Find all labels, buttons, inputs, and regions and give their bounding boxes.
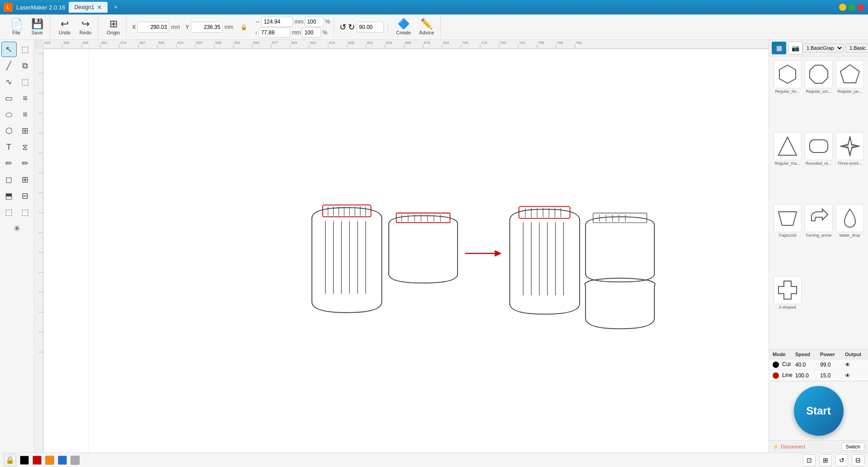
line-visible[interactable]: 👁 xyxy=(845,372,868,379)
shape-trapezoid[interactable]: Trapezoid xyxy=(773,204,802,274)
width-arrow-icon: ↔ xyxy=(255,19,260,25)
tool-r8[interactable]: ⊞ xyxy=(18,172,33,187)
color-orange[interactable] xyxy=(45,456,54,465)
redo-button[interactable]: ↪ Redo xyxy=(75,17,95,37)
line-speed: 100.0 xyxy=(795,372,820,379)
shape-three-point-star[interactable]: Three-point... xyxy=(835,132,864,202)
rect-tool[interactable]: ▭ xyxy=(1,91,17,106)
select-tool[interactable]: ↖ xyxy=(1,42,17,57)
rotate-cw-icon[interactable]: ↻ xyxy=(348,22,355,32)
width-pct-input[interactable] xyxy=(305,17,324,27)
select-all-button[interactable]: ⊡ xyxy=(803,454,816,466)
height-input[interactable] xyxy=(259,28,290,38)
shape-label-rounded-rect: Rounded_re... xyxy=(806,161,831,166)
disconnect-button[interactable]: ⚡ Disconnect xyxy=(773,444,805,450)
y-label: Y xyxy=(185,24,189,30)
node-tool[interactable]: ⬚ xyxy=(18,42,33,57)
close-button[interactable] xyxy=(857,4,864,11)
layer-row-cut[interactable]: Cut 40.0 99.0 👁 xyxy=(769,359,868,370)
svg-text:500: 500 xyxy=(158,41,165,45)
width-input[interactable] xyxy=(261,17,293,27)
color-gray[interactable] xyxy=(71,456,80,465)
ruler-horizontal: 4234364494614744875005135255385515645775… xyxy=(43,40,769,49)
toolbar: 📄 File 💾 Save ↩ Undo ↪ Redo ⊞ Origin X m… xyxy=(0,14,868,40)
x-input[interactable] xyxy=(137,22,169,33)
new-tab-button[interactable]: + xyxy=(108,2,123,13)
shape-thumb-hexagon xyxy=(774,60,802,88)
svg-text:487: 487 xyxy=(139,41,146,45)
color-red[interactable] xyxy=(33,456,42,465)
height-pct-input[interactable] xyxy=(302,28,321,38)
pen-tool[interactable]: ✏ xyxy=(1,156,17,171)
shape-regular-pentagon[interactable]: Regular_pe... xyxy=(835,60,864,130)
redo-icon: ↪ xyxy=(81,19,90,29)
minimize-button[interactable] xyxy=(839,4,846,11)
svg-rect-61 xyxy=(34,49,43,388)
right-panel: ▦ 📷 1.BasicGrap 1.Basic 🔍 Regular_he.. xyxy=(769,40,868,453)
svg-text:602: 602 xyxy=(310,41,316,45)
layer-cut-mode: Cut xyxy=(773,361,795,368)
lock-proportions[interactable]: 🔒 xyxy=(239,24,249,30)
undo-label: Undo xyxy=(59,30,71,35)
layer-row-line[interactable]: Line 100.0 15.0 👁 xyxy=(769,370,868,381)
polygon-tool[interactable]: ⬡ xyxy=(1,123,17,138)
tool-r10[interactable]: ⬚ xyxy=(18,205,33,220)
x-label: X xyxy=(132,24,136,30)
shape-x-shaped[interactable]: X-shaped xyxy=(773,276,802,346)
shapes-panel-button[interactable]: ▦ xyxy=(772,42,786,54)
pen-tool-row: ✏ ✏ xyxy=(1,156,33,171)
camera-panel-button[interactable]: 📷 xyxy=(788,42,802,54)
shape-regular-octagon[interactable]: Regular_oct... xyxy=(804,60,833,130)
tool-r4[interactable]: ≡ xyxy=(18,107,33,122)
file-button[interactable]: 📄 File xyxy=(6,17,26,37)
y-input[interactable] xyxy=(191,22,222,33)
tool-r5[interactable]: ⊞ xyxy=(18,123,33,138)
category-dropdown-2[interactable]: 1.Basic xyxy=(845,43,868,52)
app-title: LaserMaker 2.0.16 xyxy=(16,4,65,11)
tab-close-button[interactable]: ✕ xyxy=(97,4,102,11)
copy-tool[interactable]: ⧉ xyxy=(18,58,33,73)
curve-tool[interactable]: ∿ xyxy=(1,74,17,90)
tool-r7[interactable]: ✏ xyxy=(18,156,33,171)
fill-tool[interactable]: ⬒ xyxy=(1,188,17,204)
shape-rounded-rectangle[interactable]: Rounded_re... xyxy=(804,132,833,202)
refresh-button[interactable]: ↺ xyxy=(835,454,848,466)
canvas-area[interactable]: 4234364494614744875005135255385515645775… xyxy=(34,40,769,453)
tool-r2[interactable]: ⬚ xyxy=(18,74,33,90)
tool-r9[interactable]: ⊟ xyxy=(18,188,33,204)
origin-button[interactable]: ⊞ Origin xyxy=(103,17,123,37)
tool-r6[interactable]: ⧖ xyxy=(18,139,33,155)
ellipse-tool[interactable]: ⬭ xyxy=(1,107,17,122)
cut-visible[interactable]: 👁 xyxy=(845,362,868,368)
rotate-input[interactable] xyxy=(357,22,384,33)
shape-water-drop[interactable]: Water_drop xyxy=(835,204,864,274)
undo-button[interactable]: ↩ Undo xyxy=(55,17,75,37)
lock-icon[interactable]: 🔒 xyxy=(4,454,16,467)
category-dropdown-1[interactable]: 1.BasicGrap xyxy=(802,43,844,52)
line-tool[interactable]: ╱ xyxy=(1,58,17,73)
text-tool[interactable]: T xyxy=(1,139,17,155)
shape-regular-triangle[interactable]: Regular_tria... xyxy=(773,132,802,202)
arrange-tool[interactable]: ⬚ xyxy=(1,205,17,220)
create-button[interactable]: 🔷 Create xyxy=(392,17,415,37)
shape-regular-hexagon[interactable]: Regular_he... xyxy=(773,60,802,130)
rotate-ccw-icon[interactable]: ↺ xyxy=(340,22,346,32)
tool-r3[interactable]: ≡ xyxy=(18,91,33,106)
design-tab[interactable]: Design1 ✕ xyxy=(69,2,108,13)
group-button[interactable]: ⊞ xyxy=(819,454,832,466)
shape-turning-arrow[interactable]: Turning_arrow xyxy=(804,204,833,274)
start-button[interactable]: Start xyxy=(794,386,844,436)
eraser-tool[interactable]: ◻ xyxy=(1,172,17,187)
color-black[interactable] xyxy=(20,456,29,465)
rotate-group: ↺ ↻ xyxy=(336,22,388,33)
switch-button[interactable]: Switch xyxy=(842,443,864,451)
maximize-button[interactable] xyxy=(848,4,855,11)
shape-label-turning-arrow: Turning_arrow xyxy=(806,233,832,238)
color-blue[interactable] xyxy=(58,456,67,465)
shape-label-hexagon: Regular_he... xyxy=(775,89,799,94)
design-canvas[interactable] xyxy=(43,49,769,453)
advice-button[interactable]: ✏️ Advice xyxy=(415,17,438,37)
spinner-tool[interactable]: ✳ xyxy=(9,221,25,236)
grid-button[interactable]: ⊟ xyxy=(852,454,864,466)
save-button[interactable]: 💾 Save xyxy=(27,17,47,37)
